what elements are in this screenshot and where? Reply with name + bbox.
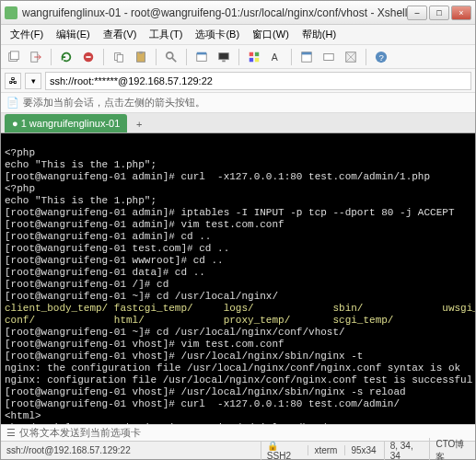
tab-session[interactable]: ● 1 wangruifenglinux-01 <box>5 114 127 132</box>
tab-strip: ● 1 wangruifenglinux-01 + <box>1 113 475 133</box>
maximize-button[interactable]: □ <box>429 6 449 20</box>
term-line: echo "This is the 1.php"; <box>5 195 157 206</box>
svg-rect-15 <box>255 52 259 55</box>
tab-dot-icon: ● <box>12 118 18 129</box>
statusbar: ssh://root@192.168.57.129:22 🔒 SSH2 xter… <box>1 441 475 459</box>
svg-rect-14 <box>250 52 253 55</box>
term-line: [root@wangruifeng-01 /]# cd <box>5 279 168 290</box>
paste-icon[interactable] <box>132 48 150 66</box>
font-icon[interactable]: A <box>267 48 285 66</box>
status-pos: 8, 34, 34 <box>384 441 423 461</box>
menu-help[interactable]: 帮助(H) <box>296 26 342 43</box>
term-line: [root@wangruifeng-01 data]# cd .. <box>5 267 205 278</box>
status-proto: 🔒 SSH2 <box>261 441 301 461</box>
addr-dropdown-icon[interactable]: ▾ <box>25 73 41 89</box>
menu-window[interactable]: 窗口(W) <box>247 26 295 43</box>
fullscreen-icon[interactable] <box>297 48 316 66</box>
separator <box>103 49 104 65</box>
term-line: [root@wangruifeng-01 admin]# iptables -I… <box>5 207 454 218</box>
simple-icon[interactable] <box>319 48 338 66</box>
menu-view[interactable]: 查看(V) <box>98 26 143 43</box>
menu-edit[interactable]: 编辑(E) <box>51 26 96 43</box>
window-controls: – □ × <box>407 6 471 20</box>
svg-rect-11 <box>197 52 207 54</box>
status-size: 95x34 <box>344 445 376 455</box>
address-bar: 🖧 ▾ <box>1 69 475 93</box>
term-line: [root@wangruifeng-01 ~]# cd /usr/local/n… <box>5 327 345 338</box>
menubar: 文件(F) 编辑(E) 查看(V) 工具(T) 选项卡(B) 窗口(W) 帮助(… <box>1 25 475 45</box>
term-line: <head><title>401 Authorization Required<… <box>5 422 332 424</box>
terminal[interactable]: <?php echo "This is the 1.php"; [root@wa… <box>1 133 475 424</box>
reconnect-icon[interactable] <box>57 48 75 66</box>
svg-rect-10 <box>197 53 207 61</box>
close-button[interactable]: × <box>451 6 471 20</box>
term-line: [root@wangruifeng-01 admin]# cd .. <box>5 231 211 242</box>
status-term: xterm <box>308 445 337 455</box>
hint-text: 要添加当前会话，点击左侧的箭头按钮。 <box>23 96 205 109</box>
app-window: wangruifenglinux-01 - root@wangruifeng-0… <box>0 0 476 460</box>
svg-rect-4 <box>86 56 90 58</box>
status-brand: CTO博客 <box>429 438 470 461</box>
term-line: [root@wangruifeng-01 vhost]# /usr/local/… <box>5 351 363 362</box>
term-line: nginx: the configuration file /usr/local… <box>5 362 460 374</box>
term-line: [root@wangruifeng-01 vhost]# vim test.co… <box>5 339 284 350</box>
status-conn: ssh://root@192.168.57.129:22 <box>6 445 131 455</box>
separator <box>51 49 52 65</box>
tab-label: 1 wangruifenglinux-01 <box>21 118 121 129</box>
app-icon <box>5 6 17 19</box>
svg-rect-17 <box>255 57 259 61</box>
props-icon[interactable] <box>192 48 211 66</box>
lock-icon: 🔒 <box>267 441 278 451</box>
term-line: conf/ html/ proxy_temp/ scgi_temp/ <box>5 315 393 326</box>
svg-text:A: A <box>272 51 278 62</box>
menu-file[interactable]: 文件(F) <box>5 26 49 43</box>
term-line: [root@wangruifeng-01 vhost]# /usr/local/… <box>5 386 406 397</box>
titlebar: wangruifenglinux-01 - root@wangruifeng-0… <box>1 1 475 25</box>
svg-rect-13 <box>222 60 226 62</box>
term-line: echo "This is the 1.php"; <box>5 159 157 170</box>
term-line: [root@wangruifeng-01 admin]# vim test.co… <box>5 219 284 230</box>
menu-tabs[interactable]: 选项卡(B) <box>190 26 245 43</box>
composer-text: 仅将文本发送到当前选项卡 <box>19 426 141 440</box>
disconnect-icon[interactable] <box>79 48 98 66</box>
addr-prev-icon[interactable]: 🖧 <box>5 73 21 89</box>
term-line: <?php <box>5 147 35 158</box>
copy-icon[interactable] <box>110 48 128 66</box>
logout-icon[interactable] <box>27 48 45 66</box>
separator <box>291 49 292 65</box>
separator <box>156 49 157 65</box>
toolbar: A ? <box>1 45 475 69</box>
hint-icon: 📄 <box>6 97 19 109</box>
svg-text:?: ? <box>378 52 383 62</box>
minimize-button[interactable]: – <box>407 6 427 20</box>
svg-rect-6 <box>117 54 122 62</box>
svg-rect-20 <box>302 52 312 54</box>
term-line: [root@wangruifeng-01 vhost]# curl -x127.… <box>5 398 400 409</box>
transparent-icon[interactable] <box>342 48 360 66</box>
display-icon[interactable] <box>215 48 233 66</box>
svg-rect-16 <box>250 57 253 61</box>
find-icon[interactable] <box>162 48 180 66</box>
separator <box>238 49 239 65</box>
tab-add-button[interactable]: + <box>131 116 147 132</box>
term-line: [root@wangruifeng-01 wwwroot]# cd .. <box>5 255 224 266</box>
term-line: nginx: configuration file /usr/local/ngi… <box>5 374 472 385</box>
term-line: [root@wangruifeng-01 test.com]# cd .. <box>5 243 229 254</box>
menu-tools[interactable]: 工具(T) <box>144 26 188 43</box>
hint-bar: 📄 要添加当前会话，点击左侧的箭头按钮。 <box>1 93 475 113</box>
svg-rect-21 <box>324 53 334 60</box>
term-line: [root@wangruifeng-01 ~]# cd /usr/local/n… <box>5 291 278 302</box>
term-line: <html> <box>5 410 41 421</box>
help-icon[interactable]: ? <box>372 48 390 66</box>
new-session-icon[interactable] <box>5 48 23 66</box>
separator <box>366 49 366 65</box>
composer-bar: ☰ 仅将文本发送到当前选项卡 <box>1 424 475 441</box>
address-input[interactable] <box>45 72 471 90</box>
color-icon[interactable] <box>245 48 263 66</box>
term-line: [root@wangruifeng-01 admin]# curl -x127.… <box>5 171 430 182</box>
separator <box>186 49 187 65</box>
svg-rect-12 <box>219 52 229 59</box>
svg-rect-1 <box>11 51 19 59</box>
title-text: wangruifenglinux-01 - root@wangruifeng-0… <box>22 6 407 19</box>
term-line: <?php <box>5 183 35 194</box>
